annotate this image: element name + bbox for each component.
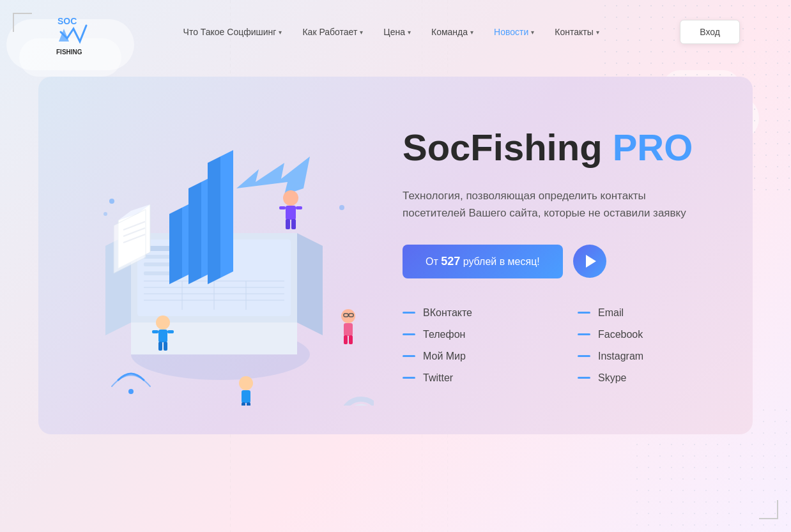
dropdown-arrow: ▾ — [279, 29, 282, 36]
feature-dash — [578, 312, 590, 314]
svg-marker-28 — [208, 156, 220, 284]
feature-vkontakte: ВКонтакте — [403, 307, 539, 319]
svg-rect-58 — [242, 402, 245, 406]
nav-item-contacts[interactable]: Контакты ▾ — [547, 22, 606, 42]
svg-point-60 — [128, 389, 134, 394]
svg-text:SOC: SOC — [58, 16, 77, 26]
svg-rect-59 — [247, 402, 250, 406]
play-button[interactable] — [573, 245, 606, 278]
svg-marker-22 — [169, 208, 182, 284]
svg-point-64 — [104, 212, 107, 216]
logo[interactable]: SOC FISHING — [51, 6, 102, 57]
feature-skype: Skype — [578, 372, 714, 384]
svg-rect-42 — [296, 206, 302, 209]
svg-text:FISHING: FISHING — [56, 49, 82, 56]
svg-point-43 — [156, 315, 170, 330]
dropdown-arrow: ▾ — [408, 29, 411, 36]
feature-dash — [578, 355, 590, 357]
svg-rect-39 — [286, 219, 290, 229]
dropdown-arrow: ▾ — [360, 29, 363, 36]
nav-item-news[interactable]: Новости ▾ — [486, 22, 542, 42]
nav-item-what[interactable]: Что Такое Соцфишинг ▾ — [176, 22, 290, 42]
cta-button[interactable]: От 527 рублей в месяц! — [403, 245, 563, 278]
svg-rect-41 — [279, 206, 286, 209]
feature-email: Email — [578, 307, 714, 319]
svg-point-65 — [339, 205, 344, 210]
svg-rect-47 — [152, 330, 158, 333]
feature-instagram: Instagram — [578, 351, 714, 362]
feature-twitter: Twitter — [403, 372, 539, 384]
header: SOC FISHING Что Такое Соцфишинг ▾ Как Ра… — [0, 0, 791, 64]
svg-rect-48 — [167, 330, 174, 333]
svg-rect-38 — [286, 206, 296, 220]
svg-rect-40 — [291, 219, 296, 229]
feature-dash — [403, 377, 415, 379]
main-nav: Что Такое Соцфишинг ▾ Как Работает ▾ Цен… — [102, 22, 680, 42]
svg-point-63 — [109, 199, 114, 204]
dropdown-arrow: ▾ — [531, 29, 534, 36]
svg-marker-5 — [131, 323, 297, 354]
svg-marker-2 — [59, 29, 69, 42]
svg-rect-50 — [344, 323, 353, 336]
login-button[interactable]: Вход — [680, 20, 740, 44]
feature-facebook: Facebook — [578, 329, 714, 340]
features-grid: ВКонтакте Email Телефон Facebook Мой Мир — [403, 307, 714, 384]
nav-item-team[interactable]: Команда ▾ — [424, 22, 481, 42]
svg-marker-8 — [297, 233, 323, 335]
dropdown-arrow: ▾ — [470, 29, 473, 36]
feature-dash — [403, 333, 415, 335]
feature-phone: Телефон — [403, 329, 539, 340]
svg-rect-44 — [158, 330, 167, 342]
svg-rect-57 — [242, 390, 250, 403]
dropdown-arrow: ▾ — [596, 29, 599, 36]
hero-title: SocFishing PRO — [403, 127, 714, 168]
svg-rect-46 — [164, 342, 167, 351]
hero-section: SocFishing PRO Технология, позволяющая о… — [38, 77, 753, 434]
hero-subtitle: Технология, позволяющая определить конта… — [403, 187, 709, 222]
svg-marker-27 — [220, 150, 233, 278]
nav-item-price[interactable]: Цена ▾ — [376, 22, 419, 42]
svg-rect-45 — [158, 342, 162, 351]
nav-item-how[interactable]: Как Работает ▾ — [295, 22, 371, 42]
cta-row: От 527 рублей в месяц! — [403, 245, 714, 278]
svg-rect-52 — [349, 335, 353, 344]
svg-marker-30 — [236, 156, 310, 195]
feature-dash — [578, 333, 590, 335]
feature-dash — [578, 377, 590, 379]
feature-dash — [403, 355, 415, 357]
feature-moimir: Мой Мир — [403, 351, 539, 362]
hero-illustration — [38, 96, 390, 415]
svg-marker-25 — [188, 182, 201, 284]
feature-dash — [403, 312, 415, 314]
svg-point-37 — [283, 190, 298, 206]
svg-rect-51 — [344, 335, 348, 344]
hero-content: SocFishing PRO Технология, позволяющая о… — [390, 102, 753, 409]
svg-point-56 — [239, 376, 253, 390]
